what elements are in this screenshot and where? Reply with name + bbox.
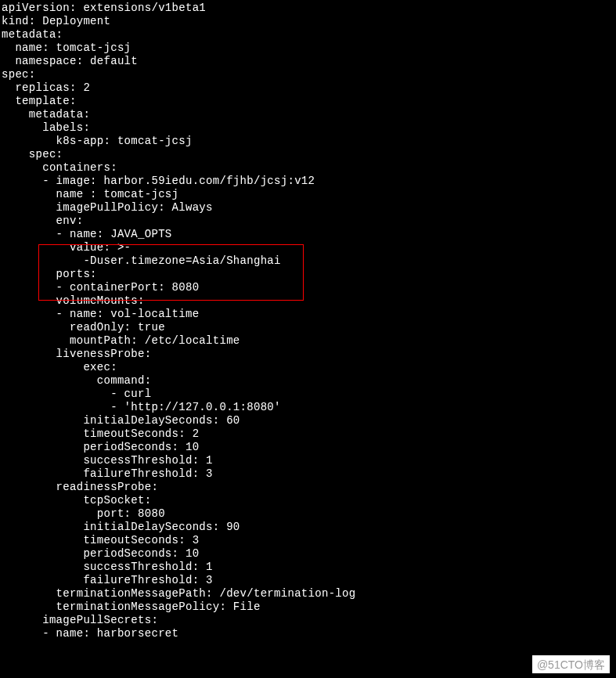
yaml-line: livenessProbe: (2, 348, 616, 361)
yaml-line: command: (2, 374, 616, 388)
yaml-line: successThreshold: 1 (2, 454, 616, 467)
yaml-line: - containerPort: 8080 (2, 281, 616, 294)
yaml-line: ports: (2, 268, 616, 281)
yaml-line: - curl (2, 388, 616, 401)
yaml-line: name: tomcat-jcsj (2, 41, 616, 55)
yaml-line: kind: Deployment (2, 15, 616, 28)
yaml-line: value: >- (2, 241, 616, 254)
yaml-line: failureThreshold: 3 (2, 574, 616, 587)
yaml-line: k8s-app: tomcat-jcsj (2, 135, 616, 148)
yaml-line: - 'http://127.0.0.1:8080' (2, 401, 616, 414)
yaml-line: imagePullSecrets: (2, 614, 616, 627)
yaml-line: exec: (2, 361, 616, 374)
yaml-line: labels: (2, 121, 616, 135)
yaml-line: template: (2, 95, 616, 108)
yaml-line: replicas: 2 (2, 81, 616, 95)
yaml-line: failureThreshold: 3 (2, 467, 616, 481)
yaml-line: spec: (2, 68, 616, 81)
yaml-line: terminationMessagePolicy: File (2, 600, 616, 614)
yaml-line: initialDelaySeconds: 90 (2, 521, 616, 534)
yaml-line: volumeMounts: (2, 294, 616, 308)
yaml-line: port: 8080 (2, 507, 616, 521)
watermark-label: @51CTO博客 (532, 655, 610, 673)
yaml-line: imagePullPolicy: Always (2, 201, 616, 215)
yaml-line: env: (2, 215, 616, 228)
yaml-line: metadata: (2, 28, 616, 41)
yaml-line: apiVersion: extensions/v1beta1 (2, 2, 616, 15)
yaml-line: namespace: default (2, 55, 616, 68)
yaml-line: tcpSocket: (2, 494, 616, 507)
yaml-line: - name: harborsecret (2, 627, 616, 640)
yaml-line: periodSeconds: 10 (2, 547, 616, 561)
yaml-line: containers: (2, 161, 616, 175)
yaml-line: mountPath: /etc/localtime (2, 334, 616, 348)
yaml-line: readOnly: true (2, 321, 616, 334)
yaml-line: initialDelaySeconds: 60 (2, 414, 616, 427)
yaml-line: successThreshold: 1 (2, 561, 616, 574)
yaml-line: spec: (2, 148, 616, 161)
yaml-line: terminationMessagePath: /dev/termination… (2, 587, 616, 600)
yaml-line: timeoutSeconds: 3 (2, 534, 616, 547)
yaml-line: name : tomcat-jcsj (2, 188, 616, 201)
yaml-line: readinessProbe: (2, 481, 616, 494)
yaml-line: - image: harbor.59iedu.com/fjhb/jcsj:v12 (2, 175, 616, 188)
yaml-line: - name: vol-localtime (2, 308, 616, 321)
terminal-output[interactable]: apiVersion: extensions/v1beta1kind: Depl… (0, 0, 616, 678)
yaml-lines: apiVersion: extensions/v1beta1kind: Depl… (2, 2, 616, 640)
yaml-line: periodSeconds: 10 (2, 441, 616, 454)
yaml-line: timeoutSeconds: 2 (2, 427, 616, 441)
yaml-line: metadata: (2, 108, 616, 121)
yaml-line: - name: JAVA_OPTS (2, 228, 616, 241)
yaml-line: -Duser.timezone=Asia/Shanghai (2, 254, 616, 268)
